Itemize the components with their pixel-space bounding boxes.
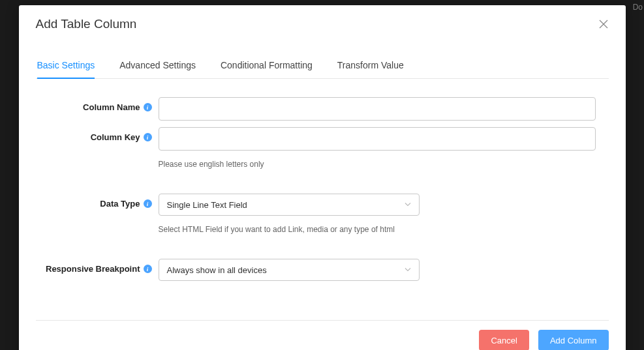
modal-header: Add Table Column xyxy=(19,5,626,42)
tab-advanced-settings[interactable]: Advanced Settings xyxy=(119,53,196,78)
info-icon[interactable]: i xyxy=(144,133,152,141)
tabs: Basic Settings Advanced Settings Conditi… xyxy=(36,53,609,79)
basic-settings-form: Column Name i Column Key i Please use en… xyxy=(36,79,609,294)
data-type-select[interactable]: Single Line Text Field xyxy=(159,194,420,216)
label-text-column-key: Column Key xyxy=(91,132,140,142)
label-data-type: Data Type i xyxy=(36,194,159,209)
label-text-data-type: Data Type xyxy=(100,199,140,209)
row-breakpoint: Responsive Breakpoint i Always show in a… xyxy=(36,259,596,281)
row-column-key: Column Key i Please use english letters … xyxy=(36,127,596,171)
modal-title: Add Table Column xyxy=(36,17,137,31)
column-name-input[interactable] xyxy=(159,97,596,121)
info-icon[interactable]: i xyxy=(144,103,152,111)
label-breakpoint: Responsive Breakpoint i xyxy=(36,259,159,274)
label-column-name: Column Name i xyxy=(36,97,159,112)
modal-footer: Cancel Add Column xyxy=(36,320,609,350)
tab-conditional-formatting[interactable]: Conditional Formatting xyxy=(221,53,313,78)
row-data-type: Data Type i Single Line Text Field Selec… xyxy=(36,194,596,237)
add-table-column-modal: Add Table Column Basic Settings Advanced… xyxy=(19,5,626,350)
breakpoint-value: Always show in all devices xyxy=(167,265,267,275)
modal-body: Basic Settings Advanced Settings Conditi… xyxy=(19,53,626,307)
column-key-input[interactable] xyxy=(159,127,596,151)
info-icon[interactable]: i xyxy=(144,265,152,273)
data-type-value: Single Line Text Field xyxy=(167,200,247,210)
info-icon[interactable]: i xyxy=(144,199,152,208)
label-column-key: Column Key i xyxy=(36,127,159,142)
cancel-button[interactable]: Cancel xyxy=(479,330,529,350)
row-column-name: Column Name i xyxy=(36,97,596,121)
helper-column-key: Please use english letters only xyxy=(159,160,596,169)
breakpoint-select[interactable]: Always show in all devices xyxy=(159,259,420,281)
tab-transform-value[interactable]: Transform Value xyxy=(337,53,404,78)
helper-data-type: Select HTML Field if you want to add Lin… xyxy=(159,225,596,234)
tab-basic-settings[interactable]: Basic Settings xyxy=(37,53,95,78)
chevron-down-icon xyxy=(405,200,411,210)
modal-overlay: Add Table Column Basic Settings Advanced… xyxy=(0,0,644,350)
close-icon[interactable] xyxy=(598,19,609,29)
label-text-breakpoint: Responsive Breakpoint xyxy=(46,264,140,274)
chevron-down-icon xyxy=(405,265,411,275)
add-column-button[interactable]: Add Column xyxy=(538,330,609,350)
label-text-column-name: Column Name xyxy=(83,102,140,112)
